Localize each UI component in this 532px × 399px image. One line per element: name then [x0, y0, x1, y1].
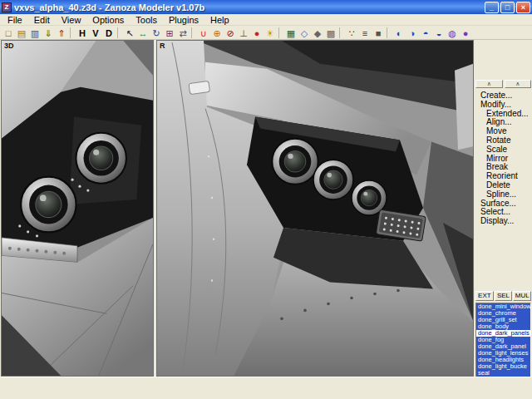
sidebar-scroll-up-button-2[interactable]: ∧: [505, 80, 532, 88]
vertices-mode-icon[interactable]: ∵: [345, 27, 358, 39]
command-list: Create...Modify...Extended...Align...Mov…: [475, 91, 531, 226]
dual-layout-button[interactable]: D: [102, 27, 116, 39]
rotate-tool-icon[interactable]: ↻: [150, 27, 163, 39]
status-bar: [0, 377, 532, 399]
menu-edit[interactable]: Edit: [28, 15, 56, 25]
axes-tool-icon[interactable]: ⊥: [237, 27, 250, 39]
move-tool-icon[interactable]: ↔: [136, 27, 150, 39]
faces-mode-icon[interactable]: ■: [372, 27, 385, 39]
headlamp-2: [313, 160, 353, 200]
app-icon: Z: [2, 2, 12, 12]
view-bottom-icon[interactable]: ◒: [432, 27, 446, 39]
shaded-mode-icon[interactable]: ◆: [311, 27, 324, 39]
textured-mode-icon[interactable]: ▩: [324, 27, 337, 39]
export-icon[interactable]: ⇑: [55, 27, 68, 39]
vertical-layout-button[interactable]: V: [89, 27, 102, 39]
command-spline[interactable]: Spline...: [475, 190, 531, 200]
view-3d-icon[interactable]: ◍: [446, 27, 459, 39]
headlamp-1: [272, 139, 318, 185]
layer-item[interactable]: done_body: [476, 323, 530, 330]
edges-mode-icon[interactable]: ≡: [358, 27, 372, 39]
menu-options[interactable]: Options: [86, 15, 130, 25]
select-tool-icon[interactable]: ↖: [123, 27, 136, 39]
light-icon[interactable]: ☀: [264, 27, 277, 39]
command-display[interactable]: Display...: [475, 217, 531, 226]
toolbar: □▤▥⇓⇑HVD↖↔↻⊞⇄∪⊕⊘⊥●☀▦◇◆▩∵≡■◐◑◓◒◍●: [0, 26, 532, 40]
toolbar-separator: [191, 27, 195, 38]
viewport-label: R: [160, 42, 165, 50]
menu-tools[interactable]: Tools: [130, 15, 163, 25]
titlebar: Z vxvs_alpha_40.z3d - Zanoza Modeler v1.…: [0, 0, 532, 14]
mode-buttons: EXTSELMUL: [475, 291, 531, 301]
menu-view[interactable]: View: [56, 15, 87, 25]
layer-item[interactable]: seal: [476, 370, 530, 377]
mode-button-mul[interactable]: MUL: [513, 291, 531, 301]
scale-tool-icon[interactable]: ⊞: [163, 27, 176, 39]
headlamp-upper: [76, 133, 126, 184]
side-mirror: [189, 81, 210, 94]
layer-item[interactable]: done_dark_panels: [476, 330, 530, 337]
minimize-button[interactable]: _: [485, 2, 499, 13]
right-viewport-render: [157, 41, 473, 376]
menubar: FileEditViewOptionsToolsPluginsHelp: [0, 14, 532, 26]
weld-tool-icon[interactable]: ⊕: [210, 27, 224, 39]
menu-file[interactable]: File: [2, 15, 28, 25]
magnet-tool-icon[interactable]: ∪: [197, 27, 210, 39]
toolbar-separator: [278, 27, 283, 38]
wireframe-mode-icon[interactable]: ◇: [298, 27, 311, 39]
layer-item[interactable]: done_light_lenses: [476, 350, 530, 357]
layer-item[interactable]: done_dark_panel: [476, 343, 530, 350]
viewport-3d[interactable]: 3D: [1, 40, 154, 377]
viewport-perspective[interactable]: R: [156, 40, 474, 377]
material-sphere-icon[interactable]: ●: [250, 27, 264, 39]
toolbar-separator: [339, 27, 343, 38]
new-file-icon[interactable]: □: [2, 27, 15, 39]
viewport-label: 3D: [4, 42, 14, 50]
mirror-tool-icon[interactable]: ⇄: [176, 27, 190, 39]
horizontal-layout-button[interactable]: H: [76, 27, 89, 39]
window-title: vxvs_alpha_40.z3d - Zanoza Modeler v1.07…: [14, 2, 485, 12]
command-modify[interactable]: Modify...: [475, 101, 531, 110]
layer-item[interactable]: done_light_bucke: [476, 363, 530, 370]
render-icon[interactable]: ●: [459, 27, 472, 39]
open-file-icon[interactable]: ▤: [15, 27, 28, 39]
menu-plugins[interactable]: Plugins: [163, 15, 204, 25]
main-area: 3D: [0, 40, 532, 377]
layer-item[interactable]: done_mini_window: [476, 303, 530, 310]
headlamp-lower: [21, 177, 76, 233]
layer-item[interactable]: done_grill_set: [476, 317, 530, 323]
sidebar: ∧∧ Create...Modify...Extended...Align...…: [475, 80, 531, 399]
maximize-button[interactable]: □: [500, 2, 515, 13]
view-top-icon[interactable]: ◓: [419, 27, 432, 39]
layer-item[interactable]: done_chrome: [476, 310, 530, 317]
mode-button-sel[interactable]: SEL: [495, 291, 513, 301]
toolbar-separator: [387, 27, 391, 38]
close-button[interactable]: ×: [516, 2, 530, 13]
save-icon[interactable]: ▥: [28, 27, 42, 39]
layer-item[interactable]: done_headlights: [476, 357, 530, 363]
sidebar-scroll-up-button-1[interactable]: ∧: [475, 80, 503, 88]
mode-button-ext[interactable]: EXT: [475, 291, 494, 301]
break-tool-icon[interactable]: ⊘: [224, 27, 237, 39]
view-right-icon[interactable]: ◑: [406, 27, 419, 39]
command-scale[interactable]: Scale: [475, 145, 531, 155]
window-buttons: _ □ ×: [485, 2, 530, 13]
import-icon[interactable]: ⇓: [42, 27, 55, 39]
layer-item[interactable]: done_fog: [476, 337, 530, 343]
grid-toggle-icon[interactable]: ▦: [284, 27, 298, 39]
left-viewport-render: [2, 41, 153, 376]
view-left-icon[interactable]: ◐: [392, 27, 406, 39]
toolbar-separator: [117, 27, 121, 38]
sidebar-scroll-buttons: ∧∧: [475, 80, 531, 88]
menu-help[interactable]: Help: [204, 15, 235, 25]
toolbar-separator: [70, 27, 74, 38]
